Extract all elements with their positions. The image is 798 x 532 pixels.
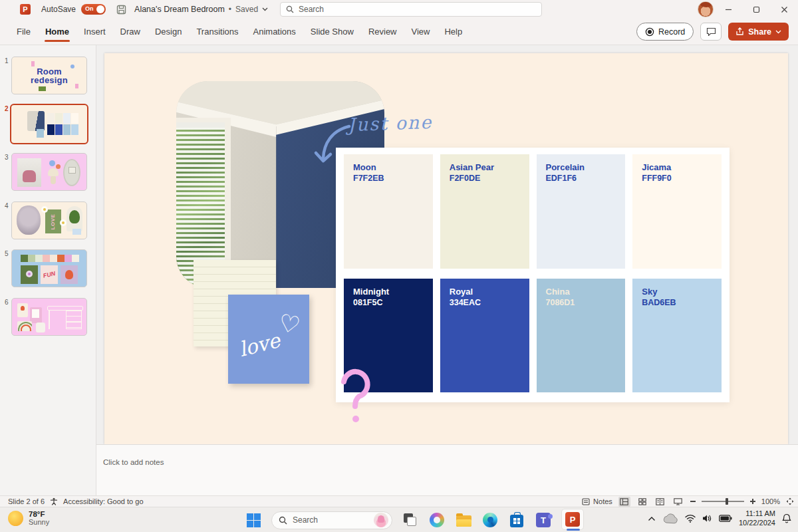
thumb4-photo bbox=[17, 205, 41, 235]
tab-review[interactable]: Review bbox=[361, 19, 404, 45]
autosave-toggle-state: On bbox=[85, 5, 94, 12]
tab-view[interactable]: View bbox=[404, 19, 438, 45]
slide-thumbnail-1[interactable]: Room redesign bbox=[11, 57, 87, 94]
autosave-toggle[interactable]: On bbox=[81, 4, 106, 15]
zoom-slider-thumb[interactable] bbox=[726, 498, 728, 505]
paint-swatch-jicama[interactable]: Jicama FFF9F0 bbox=[632, 154, 722, 269]
thumb1-deco bbox=[75, 84, 78, 88]
notifications-bell-icon[interactable] bbox=[782, 513, 791, 523]
app-search-box[interactable] bbox=[280, 2, 542, 17]
slideshow-view-button[interactable] bbox=[672, 497, 684, 507]
minimize-button[interactable] bbox=[714, 0, 742, 19]
battery-icon[interactable] bbox=[719, 515, 732, 522]
zoom-in-button[interactable] bbox=[750, 499, 755, 504]
slide-thumbnail-2-selected[interactable] bbox=[10, 104, 88, 144]
microsoft-store-button[interactable] bbox=[508, 511, 525, 529]
reading-view-button[interactable] bbox=[654, 497, 666, 507]
maximize-button[interactable] bbox=[742, 0, 770, 19]
thumb3-chair-photo bbox=[17, 158, 41, 187]
tab-transitions[interactable]: Transitions bbox=[189, 19, 245, 45]
user-avatar[interactable] bbox=[698, 1, 714, 17]
thumb5-fun-poster: FUN bbox=[41, 265, 58, 284]
tab-insert[interactable]: Insert bbox=[76, 19, 113, 45]
start-button[interactable] bbox=[245, 511, 262, 529]
taskbar-weather-widget[interactable]: 78°F Sunny bbox=[8, 510, 49, 526]
copilot-icon bbox=[430, 513, 444, 527]
minimize-icon bbox=[725, 6, 732, 13]
volume-icon[interactable] bbox=[702, 514, 712, 523]
paint-swatch-moon[interactable]: Moon F7F2EB bbox=[344, 154, 433, 269]
normal-view-button[interactable] bbox=[618, 497, 630, 507]
love-sticky-note[interactable]: love ♡ bbox=[228, 295, 309, 384]
current-slide[interactable]: Just one love ♡ Moon F7F2EB Asian Pea bbox=[104, 53, 788, 444]
notes-toggle-button[interactable]: Notes bbox=[582, 497, 612, 505]
slide-sorter-view-button[interactable] bbox=[636, 497, 648, 507]
copilot-button[interactable] bbox=[428, 511, 446, 529]
thumb3-mirror-inner bbox=[68, 167, 76, 174]
powerpoint-icon: P bbox=[565, 512, 580, 527]
accessibility-status[interactable]: Accessibility: Good to go bbox=[63, 497, 143, 505]
tab-home[interactable]: Home bbox=[38, 19, 76, 45]
reading-view-icon bbox=[656, 498, 664, 505]
thumb6-desk-leg bbox=[49, 311, 50, 329]
windows-logo-icon bbox=[247, 513, 261, 527]
comments-button[interactable] bbox=[700, 23, 722, 41]
taskbar-search-box[interactable] bbox=[271, 511, 392, 529]
paint-swatch-sky[interactable]: Sky BAD6EB bbox=[632, 279, 722, 393]
share-button[interactable]: Share bbox=[728, 23, 789, 41]
tab-help[interactable]: Help bbox=[437, 19, 469, 45]
zoom-out-button[interactable] bbox=[690, 501, 696, 502]
tray-overflow-chevron-icon[interactable] bbox=[648, 516, 656, 521]
taskbar-search-input[interactable] bbox=[293, 515, 366, 525]
onedrive-cloud-icon[interactable] bbox=[662, 513, 678, 524]
notes-pane[interactable]: Click to add notes bbox=[96, 444, 798, 495]
powerpoint-taskbar-button-active[interactable]: P bbox=[561, 509, 584, 530]
paint-swatch-asian-pear[interactable]: Asian Pear F2F0DE bbox=[440, 154, 529, 269]
save-icon[interactable] bbox=[116, 5, 126, 15]
clock-date: 10/22/2024 bbox=[739, 519, 775, 528]
swatch-name: Royal bbox=[450, 287, 481, 297]
record-button[interactable]: Record bbox=[636, 23, 694, 41]
task-view-button[interactable] bbox=[402, 511, 419, 529]
paint-palette-card[interactable]: Moon F7F2EB Asian Pear F2F0DE Porcelain … bbox=[336, 148, 730, 402]
slide-thumbnail-5[interactable]: FUN bbox=[11, 249, 87, 287]
slide-thumbnail-4[interactable]: LOVE bbox=[11, 201, 87, 239]
thumb2-swatch bbox=[37, 129, 44, 138]
document-title[interactable]: Alana's Dream Bedroom bbox=[134, 5, 225, 14]
teams-button[interactable]: T bbox=[535, 511, 552, 529]
windows-taskbar: 78°F Sunny T P bbox=[0, 507, 798, 532]
paint-swatch-porcelain[interactable]: Porcelain EDF1F6 bbox=[537, 154, 626, 269]
thumb6-tulip-card bbox=[17, 303, 28, 317]
zoom-level[interactable]: 100% bbox=[761, 497, 780, 505]
slideshow-icon bbox=[674, 498, 682, 505]
tab-slide-show[interactable]: Slide Show bbox=[303, 19, 361, 45]
slide-thumbnail-3[interactable] bbox=[11, 153, 87, 191]
taskbar-clock[interactable]: 11:11 AM 10/22/2024 bbox=[739, 509, 775, 528]
tab-draw[interactable]: Draw bbox=[113, 19, 148, 45]
slide-thumbnail-6[interactable] bbox=[11, 298, 87, 336]
teams-icon: T bbox=[536, 513, 551, 527]
paint-swatch-royal[interactable]: Royal 334EAC bbox=[440, 279, 529, 393]
fit-slide-to-window-icon[interactable] bbox=[786, 497, 794, 505]
edge-browser-button[interactable] bbox=[481, 511, 499, 529]
thumb4-daisy bbox=[41, 206, 48, 213]
slide-2-number: 2 bbox=[5, 105, 9, 112]
tab-animations[interactable]: Animations bbox=[246, 19, 303, 45]
tab-design[interactable]: Design bbox=[148, 19, 189, 45]
title-dropdown-chevron-icon[interactable] bbox=[262, 7, 268, 11]
tab-file[interactable]: File bbox=[9, 19, 38, 45]
annotation-just-one[interactable]: Just one bbox=[347, 112, 432, 135]
wifi-icon[interactable] bbox=[685, 514, 696, 523]
swatch-label: Royal 334EAC bbox=[450, 287, 481, 307]
thumb3-lamp-base bbox=[51, 176, 56, 184]
app-search-input[interactable] bbox=[299, 5, 518, 14]
close-button[interactable] bbox=[770, 0, 798, 19]
question-mark-doodle bbox=[338, 364, 376, 426]
weather-temperature: 78°F bbox=[29, 510, 49, 518]
paint-swatch-china[interactable]: China 7086D1 bbox=[537, 279, 626, 393]
swatch-label: Porcelain EDF1F6 bbox=[546, 162, 585, 183]
edge-icon bbox=[483, 513, 497, 527]
thumb6-candle bbox=[36, 323, 45, 332]
file-explorer-button[interactable] bbox=[455, 511, 472, 529]
zoom-slider[interactable] bbox=[702, 501, 744, 502]
